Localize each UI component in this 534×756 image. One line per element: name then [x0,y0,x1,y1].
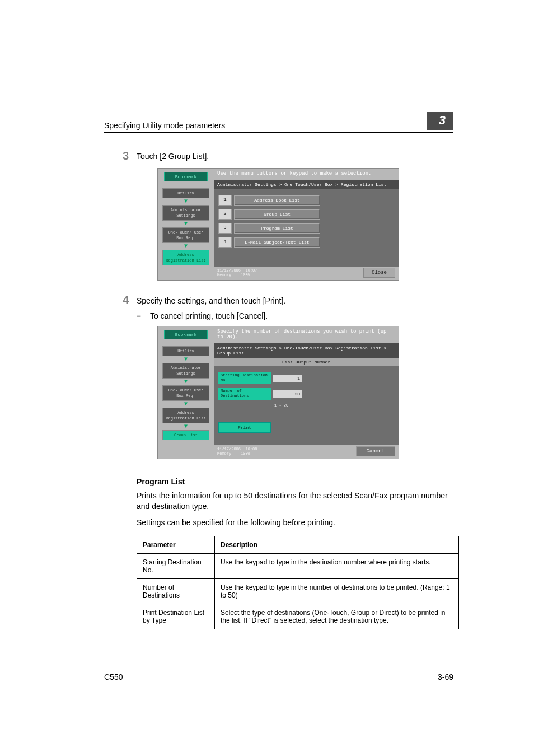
field-num-dest-range: 1 - 20 [274,403,394,408]
table-row: Print Destination List by Type Select th… [137,604,459,629]
program-list-desc-1: Prints the information for up to 50 dest… [137,491,453,512]
status-area: 11/17/2006 16:07 Memory 100% [217,268,257,277]
parameters-table: Parameter Description Starting Destinati… [137,536,459,629]
step-4-number: 4 [104,294,137,307]
table-header-parameter: Parameter [137,536,215,553]
cancel-button[interactable]: Cancel [356,446,395,456]
nav-onetouch-userbox[interactable]: One-Touch/ User Box Reg. [162,385,209,401]
bookmark-button[interactable]: Bookmark [164,330,208,339]
footer-model: C550 [104,673,123,682]
nav-arrow-icon: ▼ [184,424,188,429]
breadcrumb: Administrator Settings > One-Touch/User … [214,343,399,358]
table-header-description: Description [215,536,459,553]
menu-program-list[interactable]: Program List [234,223,320,234]
nav-registration-list[interactable]: Address Registration List [162,408,209,423]
menu-group-list[interactable]: Group List [234,209,320,220]
subheader-list-output: List Output Number [214,358,399,366]
table-row: Number of Destinations Use the keypad to… [137,578,459,604]
param-name: Number of Destinations [137,578,215,604]
param-name: Starting Destination No. [137,553,215,578]
menu-index-3: 3 [218,223,232,234]
screen-message: Specify the number of destinations you w… [214,326,399,343]
screenshot-group-list-settings: Bookmark Utility ▼ Administrator Setting… [157,326,399,459]
program-list-desc-2: Settings can be specified for the follow… [137,517,453,528]
nav-arrow-icon: ▼ [184,380,188,384]
field-start-dest-label[interactable]: Starting Destination No. [218,372,271,384]
nav-arrow-icon: ▼ [184,199,188,204]
menu-address-book-list[interactable]: Address Book List [234,195,320,206]
close-button[interactable]: Close [363,268,395,278]
step-4-bullet: To cancel printing, touch [Cancel]. [150,311,268,320]
chapter-number-badge: 3 [427,112,453,130]
status-area: 11/17/2006 16:08 Memory 100% [217,447,257,456]
param-desc: Select the type of destinations (One-Tou… [215,604,459,629]
print-button[interactable]: Print [218,422,271,433]
nav-admin-settings[interactable]: Administrator Settings [162,205,209,221]
nav-group-list[interactable]: Group List [162,430,209,440]
nav-admin-settings[interactable]: Administrator Settings [162,363,209,379]
field-start-dest-value[interactable]: 1 [273,375,302,382]
nav-arrow-icon: ▼ [184,244,188,249]
screenshot-registration-list: Bookmark Utility ▼ Administrator Setting… [157,168,399,281]
field-num-dest-value[interactable]: 20 [273,390,302,398]
menu-index-4: 4 [218,237,232,248]
menu-email-subject-text[interactable]: E-Mail Subject/Text List [234,237,320,248]
step-4-text: Specify the settings, and then touch [Pr… [137,294,285,305]
nav-arrow-icon: ▼ [184,357,188,362]
nav-registration-list[interactable]: Address Registration List [162,250,209,265]
nav-arrow-icon: ▼ [184,402,188,407]
param-name: Print Destination List by Type [137,604,215,629]
screen-message: Use the menu buttons or keypad to make a… [214,169,399,180]
nav-utility[interactable]: Utility [162,346,209,356]
param-desc: Use the keypad to type in the number of … [215,578,459,604]
nav-onetouch-userbox[interactable]: One-Touch/ User Box Reg. [162,227,209,243]
breadcrumb: Administrator Settings > One-Touch/User … [214,180,399,189]
nav-arrow-icon: ▼ [184,222,188,226]
menu-index-2: 2 [218,209,232,220]
param-desc: Use the keypad to type in the destinatio… [215,553,459,578]
page-header-title: Specifying Utility mode parameters [104,121,225,130]
step-3-number: 3 [104,150,137,162]
step-3-text: Touch [2 Group List]. [137,150,209,161]
program-list-heading: Program List [137,477,453,486]
bookmark-button[interactable]: Bookmark [164,172,208,181]
bullet-dash: – [137,311,150,320]
field-num-dest-label[interactable]: Number of Destinations [218,388,271,400]
menu-index-1: 1 [218,195,232,206]
footer-page-number: 3-69 [438,673,453,682]
table-row: Starting Destination No. Use the keypad … [137,553,459,578]
nav-utility[interactable]: Utility [162,188,209,198]
